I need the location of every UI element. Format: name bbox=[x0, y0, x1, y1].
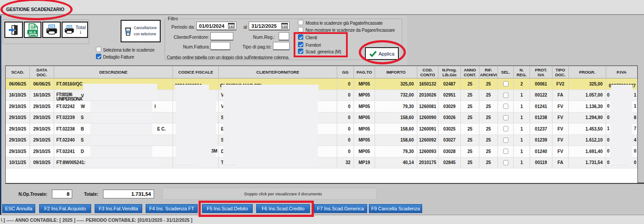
svg-text:XLS: XLS bbox=[29, 30, 36, 34]
svg-text:131: 131 bbox=[282, 25, 287, 29]
svg-text:131: 131 bbox=[228, 25, 234, 29]
